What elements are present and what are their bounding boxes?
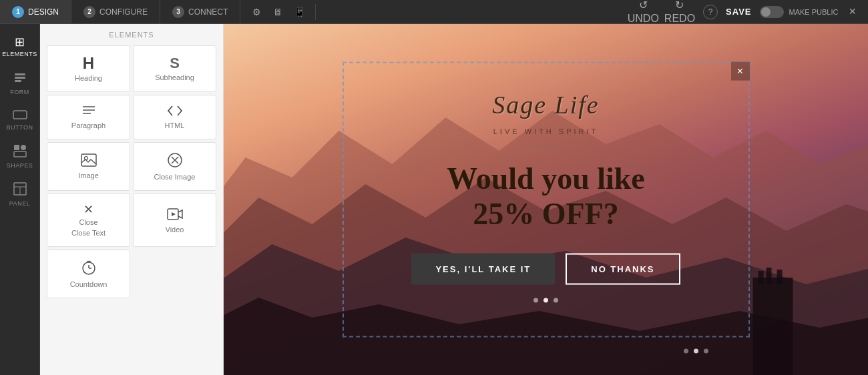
close-image-label: Close Image (154, 173, 196, 181)
sidebar-label-button: BUTTON (7, 124, 33, 131)
countdown-label: Countdown (70, 280, 107, 288)
tab-num-2: 2 (83, 6, 95, 18)
dot-2 (544, 298, 548, 302)
brand-divider (519, 145, 573, 145)
svg-point-5 (21, 145, 26, 150)
canvas: × Sage Life LIVE WITH SPIRIT Would you l… (224, 24, 868, 375)
tab-num-1: 1 (12, 6, 24, 18)
redo-button[interactable]: ↻ REDO (664, 0, 695, 25)
sidebar-item-elements[interactable]: ⊞ ELEMENTS (0, 29, 39, 63)
help-button[interactable]: ? (703, 5, 718, 19)
svg-rect-3 (13, 111, 27, 119)
svg-point-14 (84, 157, 87, 160)
element-card-close-text[interactable]: ✕ Close Close Text (47, 194, 130, 247)
sidebar-label-shapes: SHAPES (7, 162, 33, 169)
element-card-heading[interactable]: H Heading (47, 45, 130, 92)
panel-icon (13, 182, 27, 199)
sidebar: ⊞ ELEMENTS FORM BUTTON (0, 24, 40, 375)
countdown-icon (81, 260, 97, 278)
undo-button[interactable]: ↺ UNDO (628, 0, 659, 25)
html-icon (167, 105, 183, 119)
svg-rect-26 (758, 271, 764, 284)
tab-configure-label: CONFIGURE (99, 7, 148, 17)
undo-redo-group: ↺ UNDO ↻ REDO (628, 0, 695, 25)
button-icon (13, 109, 27, 123)
toggle-switch[interactable] (760, 6, 784, 18)
element-card-subheading[interactable]: S Subheading (133, 45, 216, 92)
video-label: Video (166, 226, 184, 234)
paragraph-label: Paragraph (71, 121, 105, 129)
svg-point-31 (704, 349, 708, 354)
dot-1 (533, 298, 538, 302)
desktop-icon[interactable]: 🖥 (270, 4, 286, 20)
element-card-paragraph[interactable]: Paragraph (47, 95, 130, 139)
redo-label: REDO (664, 13, 695, 25)
mobile-icon[interactable]: 📱 (291, 4, 307, 20)
no-button[interactable]: NO THANKS (566, 253, 680, 284)
close-image-icon (167, 152, 183, 170)
yes-button[interactable]: YES, I'LL TAKE IT (411, 253, 555, 284)
sidebar-item-form[interactable]: FORM (0, 65, 39, 101)
paragraph-icon (81, 105, 96, 119)
element-card-close-image[interactable]: Close Image (133, 142, 216, 191)
shapes-icon (13, 144, 27, 161)
svg-marker-19 (172, 212, 176, 216)
headline-line2: 25% OFF? (473, 197, 618, 231)
video-icon (167, 208, 183, 223)
main-layout: ⊞ ELEMENTS FORM BUTTON (0, 24, 868, 375)
tab-configure[interactable]: 2 CONFIGURE (71, 0, 160, 23)
svg-rect-13 (81, 154, 96, 166)
elements-panel-title: ELEMENTS (47, 31, 216, 39)
svg-rect-25 (753, 278, 793, 375)
sidebar-label-panel: PANEL (9, 200, 30, 207)
element-card-image[interactable]: Image (47, 142, 130, 191)
popup-button-row: YES, I'LL TAKE IT NO THANKS (411, 253, 680, 284)
element-card-countdown[interactable]: Countdown (47, 250, 130, 298)
svg-rect-2 (15, 80, 21, 82)
svg-point-29 (684, 349, 688, 354)
save-button[interactable]: SAVE (726, 7, 751, 17)
headline-line1: Would you like (447, 161, 645, 196)
elements-grid: H Heading S Subheading Paragraph (47, 45, 216, 298)
svg-rect-27 (767, 268, 772, 284)
popup-headline: Would you like 25% OFF? (447, 161, 645, 232)
top-bar-right: ↺ UNDO ↻ REDO ? SAVE MAKE PUBLIC × (618, 0, 868, 25)
sidebar-item-button[interactable]: BUTTON (0, 103, 39, 136)
tab-design[interactable]: 1 DESIGN (0, 0, 71, 23)
svg-rect-28 (777, 270, 783, 284)
undo-icon: ↺ (639, 0, 648, 11)
element-card-video[interactable]: Video (133, 194, 216, 247)
tab-connect-label: CONNECT (188, 7, 228, 17)
topbar-close-button[interactable]: × (846, 5, 859, 19)
heading-icon: H (83, 55, 94, 71)
sidebar-label-form: FORM (10, 89, 29, 95)
sidebar-item-shapes[interactable]: SHAPES (0, 139, 39, 174)
tab-connect[interactable]: 3 CONNECT (160, 0, 240, 23)
svg-rect-1 (15, 77, 25, 79)
undo-label: UNDO (628, 13, 659, 25)
elements-icon: ⊞ (15, 35, 25, 49)
tab-num-3: 3 (172, 6, 184, 18)
brand-logo: Sage Life (492, 90, 599, 119)
top-bar-tools: ⚙ 🖥 📱 (240, 4, 316, 20)
popup-container: × Sage Life LIVE WITH SPIRIT Would you l… (343, 62, 750, 338)
html-label: HTML (165, 121, 185, 129)
element-card-html[interactable]: HTML (133, 95, 216, 139)
dots-row (533, 298, 558, 302)
close-text-label-bottom: Close Text (71, 229, 105, 237)
dot-3 (554, 298, 558, 302)
settings-icon[interactable]: ⚙ (248, 4, 264, 20)
heading-label: Heading (75, 74, 102, 82)
subheading-icon: S (170, 56, 180, 71)
redo-icon: ↻ (675, 0, 684, 11)
sidebar-label-elements: ELEMENTS (2, 51, 37, 57)
make-public-toggle[interactable]: MAKE PUBLIC (760, 6, 839, 18)
subheading-label: Subheading (155, 73, 194, 81)
top-bar: 1 DESIGN 2 CONFIGURE 3 CONNECT ⚙ 🖥 📱 ↺ U… (0, 0, 868, 24)
toggle-knob (761, 7, 771, 17)
sidebar-item-panel[interactable]: PANEL (0, 177, 39, 212)
close-text-icon: ✕ (83, 204, 93, 216)
tab-design-label: DESIGN (28, 7, 59, 17)
brand-tagline: LIVE WITH SPIRIT (493, 127, 599, 135)
popup-close-button[interactable]: × (731, 62, 750, 81)
